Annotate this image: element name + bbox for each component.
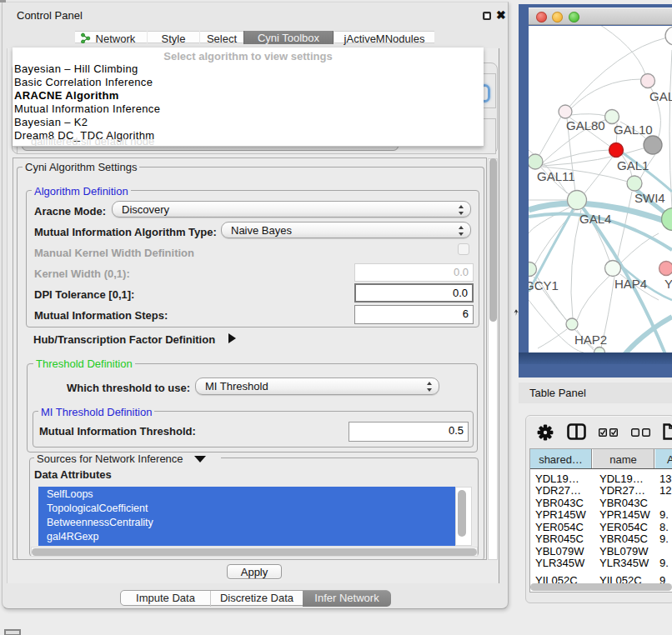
- svg-text:GAL80: GAL80: [566, 118, 605, 132]
- svg-text:GAL10: GAL10: [614, 122, 653, 137]
- svg-text:GAL1: GAL1: [617, 158, 649, 172]
- svg-text:SWI4: SWI4: [634, 191, 665, 205]
- svg-text:HAP4: HAP4: [614, 277, 647, 291]
- svg-text:GCY1: GCY1: [529, 278, 559, 292]
- svg-text:GAL7: GAL7: [649, 89, 672, 103]
- svg-text:GAL4: GAL4: [579, 212, 611, 226]
- svg-text:GAL11: GAL11: [537, 169, 575, 183]
- svg-text:Y: Y: [664, 277, 672, 291]
- svg-text:HAP2: HAP2: [574, 332, 607, 347]
